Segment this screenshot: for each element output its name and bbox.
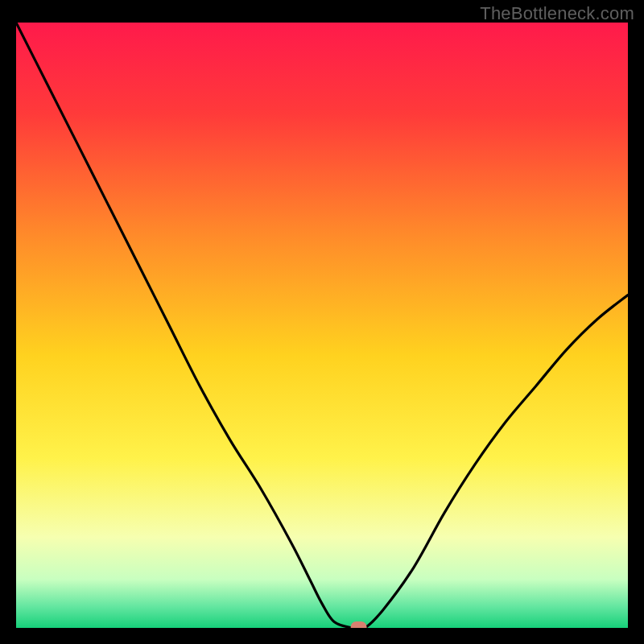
bottleneck-chart [16, 23, 628, 628]
gradient-background [16, 23, 628, 628]
chart-frame: TheBottleneck.com [0, 0, 644, 644]
chart-svg [16, 23, 628, 628]
watermark-text: TheBottleneck.com [480, 3, 634, 24]
